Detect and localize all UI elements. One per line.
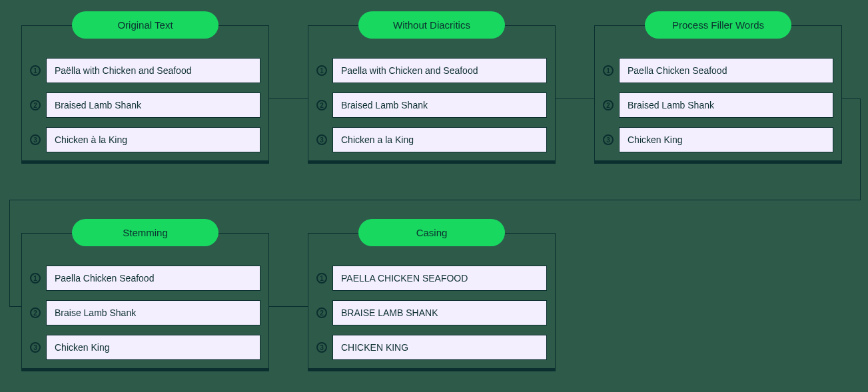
stage-process-filler-words: Process Filler Words 1 Paella Chicken Se…: [594, 25, 842, 161]
connector-line: [269, 306, 308, 307]
item-text: Paella Chicken Seafood: [619, 58, 833, 83]
connector-line: [9, 200, 861, 200]
list-item: 2 Braised Lamb Shank: [316, 93, 547, 118]
item-text: CHICKEN KING: [332, 335, 547, 360]
badge-icon: 3: [30, 342, 41, 353]
list-item: 2 BRAISE LAMB SHANK: [316, 300, 547, 325]
list-item: 1 Paella Chicken Seafood: [603, 58, 833, 83]
badge-icon: 2: [30, 100, 41, 110]
badge-icon: 2: [603, 100, 614, 110]
item-text: Chicken à la King: [46, 127, 260, 152]
list-item: 3 Chicken a la King: [316, 127, 547, 152]
item-text: Braised Lamb Shank: [619, 93, 833, 118]
badge-icon: 3: [316, 342, 327, 353]
list-item: 1 Paella with Chicken and Seafood: [316, 58, 547, 83]
badge-icon: 1: [603, 65, 614, 76]
list-item: 3 Chicken à la King: [30, 127, 260, 152]
badge-icon: 1: [316, 273, 327, 284]
badge-icon: 2: [30, 307, 41, 318]
list-item: 3 Chicken King: [603, 127, 833, 152]
stage-stemming: Stemming 1 Paella Chicken Seafood 2 Brai…: [21, 233, 269, 369]
connector-line: [9, 306, 21, 307]
item-text: Paella with Chicken and Seafood: [332, 58, 547, 83]
badge-icon: 1: [30, 273, 41, 284]
list-item: 3 Chicken King: [30, 335, 260, 360]
stage-title: Casing: [358, 219, 505, 246]
connector-line: [842, 98, 861, 99]
stage-title: Process Filler Words: [645, 11, 791, 39]
list-item: 2 Braised Lamb Shank: [603, 93, 833, 118]
item-text: Braised Lamb Shank: [332, 93, 547, 118]
item-text: Chicken King: [46, 335, 260, 360]
list-item: 1 PAELLA CHICKEN SEAFOOD: [316, 266, 547, 291]
item-text: Paëlla with Chicken and Seafood: [46, 58, 260, 83]
stage-original-text: Original Text 1 Paëlla with Chicken and …: [21, 25, 269, 161]
item-text: PAELLA CHICKEN SEAFOOD: [332, 266, 547, 291]
list-item: 1 Paella Chicken Seafood: [30, 266, 260, 291]
badge-icon: 2: [316, 100, 327, 110]
badge-icon: 2: [316, 307, 327, 318]
stage-without-diacritics: Without Diacritics 1 Paella with Chicken…: [308, 25, 556, 161]
item-text: Braised Lamb Shank: [46, 93, 260, 118]
connector-line: [860, 98, 861, 200]
connector-line: [269, 98, 308, 99]
badge-icon: 3: [30, 134, 41, 145]
item-text: Paella Chicken Seafood: [46, 266, 260, 291]
item-text: Chicken King: [619, 127, 833, 152]
list-item: 1 Paëlla with Chicken and Seafood: [30, 58, 260, 83]
badge-icon: 3: [603, 134, 614, 145]
stage-casing: Casing 1 PAELLA CHICKEN SEAFOOD 2 BRAISE…: [308, 233, 556, 369]
list-item: 2 Braise Lamb Shank: [30, 300, 260, 325]
list-item: 2 Braised Lamb Shank: [30, 93, 260, 118]
list-item: 3 CHICKEN KING: [316, 335, 547, 360]
item-text: Braise Lamb Shank: [46, 300, 260, 325]
stage-title: Original Text: [72, 11, 218, 39]
stage-title: Without Diacritics: [358, 11, 505, 39]
connector-line: [9, 200, 10, 306]
badge-icon: 1: [316, 65, 327, 76]
item-text: BRAISE LAMB SHANK: [332, 300, 547, 325]
item-text: Chicken a la King: [332, 127, 547, 152]
badge-icon: 3: [316, 134, 327, 145]
badge-icon: 1: [30, 65, 41, 76]
connector-line: [556, 98, 594, 99]
stage-title: Stemming: [72, 219, 218, 246]
